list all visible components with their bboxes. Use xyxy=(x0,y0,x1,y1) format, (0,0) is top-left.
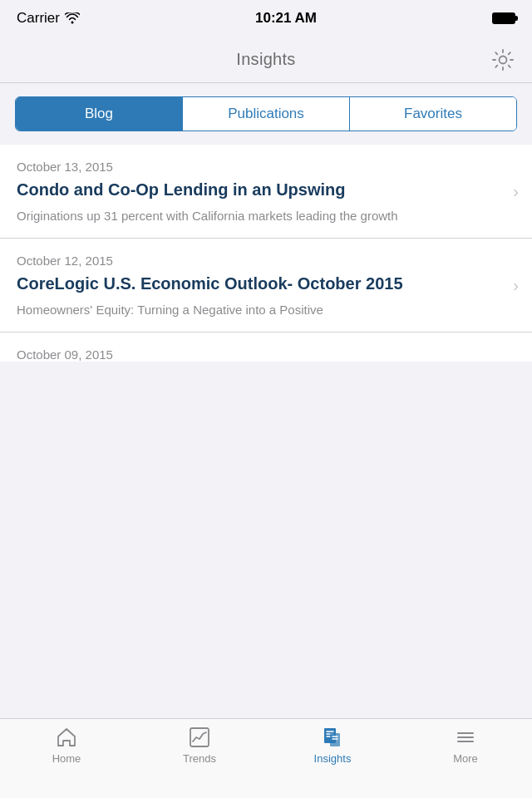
bottom-tab-home[interactable]: Home xyxy=(0,726,133,765)
insights-icon xyxy=(321,726,344,749)
svg-rect-5 xyxy=(330,733,340,746)
article-summary: Homeowners' Equity: Turning a Negative i… xyxy=(17,301,515,318)
article-item[interactable]: October 13, 2015 Condo and Co-Op Lending… xyxy=(0,145,532,239)
article-date: October 13, 2015 xyxy=(17,160,515,174)
article-title: Condo and Co-Op Lending in an Upswing xyxy=(17,179,515,200)
article-title: CoreLogic U.S. Economic Outlook- October… xyxy=(17,273,515,294)
bottom-tab-label-home: Home xyxy=(52,752,81,765)
chevron-right-icon: › xyxy=(513,182,519,201)
svg-rect-0 xyxy=(190,728,209,746)
battery-icon xyxy=(492,12,515,24)
home-icon xyxy=(55,726,78,749)
article-date: October 12, 2015 xyxy=(17,254,515,268)
carrier-info: Carrier xyxy=(17,10,80,27)
wifi-icon xyxy=(65,12,80,24)
more-icon xyxy=(454,726,477,749)
bottom-tab-more[interactable]: More xyxy=(399,726,532,765)
chevron-right-icon: › xyxy=(513,276,519,295)
status-bar: Carrier 10:21 AM xyxy=(0,0,532,37)
article-summary: Originations up 31 percent with Californ… xyxy=(17,207,515,224)
bottom-tab-insights[interactable]: Insights xyxy=(266,726,399,765)
status-time: 10:21 AM xyxy=(255,10,317,27)
article-item-partial[interactable]: October 09, 2015 xyxy=(0,332,532,362)
tab-favorites[interactable]: Favorites xyxy=(349,97,516,131)
nav-bar: Insights xyxy=(0,37,532,83)
article-item[interactable]: October 12, 2015 CoreLogic U.S. Economic… xyxy=(0,239,532,332)
bottom-tab-label-insights: Insights xyxy=(314,752,352,765)
page-title: Insights xyxy=(236,50,295,69)
bottom-tab-trends[interactable]: Trends xyxy=(133,726,266,765)
carrier-text: Carrier xyxy=(17,10,60,27)
settings-icon[interactable] xyxy=(490,47,515,72)
articles-list: October 13, 2015 Condo and Co-Op Lending… xyxy=(0,145,532,362)
tab-publications[interactable]: Publications xyxy=(182,97,349,131)
bottom-tab-label-trends: Trends xyxy=(183,752,216,765)
bottom-tab-bar: Home Trends Insights xyxy=(0,718,532,798)
bottom-tab-label-more: More xyxy=(453,752,478,765)
article-date: October 09, 2015 xyxy=(17,347,515,362)
trends-icon xyxy=(188,726,211,749)
tab-blog[interactable]: Blog xyxy=(16,97,182,131)
battery-indicator xyxy=(492,12,515,24)
tab-bar: Blog Publications Favorites xyxy=(15,96,517,131)
